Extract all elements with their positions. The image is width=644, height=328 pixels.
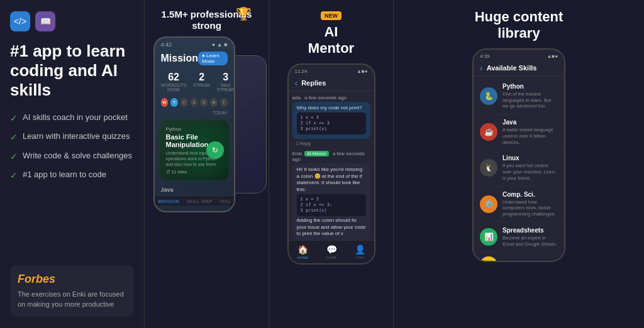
home-tab-icon[interactable]: 🏠HOME: [297, 244, 309, 260]
library-panel: Huge content library 4:39 ▲■● ‹ Availabl…: [394, 0, 644, 328]
ai-mentor-title: AI Mentor: [308, 24, 354, 57]
reply-count: 1 Reply: [292, 140, 370, 147]
phone-mockup-wrapper: 4:42 ● ▲ ■ Mission ● Learn Mode 62 WORKO…: [153, 36, 260, 219]
forbes-section: Forbes The exercises on Enki are focused…: [10, 265, 134, 317]
back-arrow-icon[interactable]: ‹: [295, 78, 298, 88]
feature-item: ✓ Write code & solve challenges: [10, 150, 134, 163]
mission-header: 1.5M+ professionals strong 🏆: [155, 0, 258, 36]
top-icons: </> 📖: [10, 11, 134, 31]
javascript-icon: JS: [480, 256, 497, 261]
enki-bubble: Hi! It looks like you're missing a colon…: [292, 163, 370, 239]
mission-panel: 1.5M+ professionals strong 🏆 4:42 ● ▲ ■ …: [145, 0, 269, 328]
mission-title-bar: Mission ● Learn Mode: [155, 49, 234, 68]
trophy-icon: 🏆: [236, 6, 252, 21]
ai-phone-mockup: 11:24 ▲■● ‹ Replies ada a few seconds ag…: [287, 63, 375, 265]
check-icon: ✓: [10, 151, 18, 163]
library-header: Huge content library: [469, 0, 570, 46]
profile-tab-icon[interactable]: 👤YOU: [355, 244, 365, 260]
day-circles: W T F S S M T: [155, 96, 234, 109]
library-title: Huge content library: [475, 9, 564, 42]
today-label: TODAY: [155, 109, 234, 116]
ai-phone-wrapper: 11:24 ▲■● ‹ Replies ada a few seconds ag…: [287, 61, 375, 328]
forbes-label: Forbes: [18, 273, 126, 286]
skill-item-javascript[interactable]: JS JavaScript: [474, 252, 564, 261]
lib-back-arrow-icon[interactable]: ‹: [480, 63, 483, 73]
status-bar: 4:42 ● ▲ ■: [155, 38, 234, 49]
main-headline: #1 app to learn coding and AI skills: [10, 41, 134, 101]
mission-tab[interactable]: MISSION: [158, 199, 179, 204]
fixed-code-block: 1 x = 3 2 if x <= 3: 3 print(x): [297, 194, 366, 216]
skill-item-java[interactable]: ☕ Java A battle tested language used in …: [474, 114, 564, 150]
skill-item-linux[interactable]: 🐧 Linux If you want full control over yo…: [474, 150, 564, 186]
hero-panel: </> 📖 #1 app to learn coding and AI skil…: [0, 0, 145, 328]
ai-nav-bar: ‹ Replies: [289, 75, 374, 91]
bottom-tab-bar: 🏠HOME 💬CHAT 👤YOU: [289, 240, 374, 263]
user-message: ada a few seconds ago Why does my code n…: [292, 95, 370, 148]
skill-item-python[interactable]: 🐍 Python One of the easiest languages to…: [474, 79, 564, 114]
skill-item-compsci[interactable]: ⚙️ Comp. Sci. Understand how computers w…: [474, 187, 564, 222]
skill-map-tab[interactable]: SKILL MAP: [186, 199, 212, 204]
bottom-lang: Java: [155, 184, 234, 195]
linux-icon: 🐧: [480, 159, 497, 177]
feature-item: ✓ AI skills coach in your pocket: [10, 112, 134, 125]
you-tab[interactable]: YOU: [219, 199, 230, 204]
user-code-block: 1 x = 3 2 if x <= 3 3 print(x): [297, 112, 366, 134]
ai-mentor-header: NEW AI Mentor: [302, 0, 360, 61]
library-phone-mockup: 4:39 ▲■● ‹ Available Skills 🐍 Python One…: [472, 48, 565, 262]
ai-status-bar: 11:24 ▲■●: [289, 65, 374, 75]
recycle-icon: ↻: [206, 141, 224, 159]
book-icon: 📖: [35, 11, 55, 31]
feature-item: ✓ Learn with interactive quizzes: [10, 131, 134, 144]
check-icon: ✓: [10, 131, 18, 144]
user-bubble: Why does my code not print? 1 x = 3 2 if…: [292, 102, 370, 139]
check-icon: ✓: [10, 170, 18, 182]
comp-sci-icon: ⚙️: [480, 195, 497, 213]
stat-streak: 2 STREAK: [193, 72, 211, 92]
ai-mentor-panel: NEW AI Mentor 11:24 ▲■● ‹ Replies ada a …: [269, 0, 394, 328]
mission-bottom-tabs: MISSION SKILL MAP YOU: [155, 195, 234, 205]
mission-card: Python Basic File Manipulation Understan…: [160, 120, 229, 180]
java-icon: ☕: [480, 123, 497, 141]
new-badge: NEW: [321, 11, 341, 20]
check-icon: ✓: [10, 112, 18, 125]
feature-list: ✓ AI skills coach in your pocket ✓ Learn…: [10, 112, 134, 189]
mission-phone: 4:42 ● ▲ ■ Mission ● Learn Mode 62 WORKO…: [153, 36, 235, 212]
lib-nav-bar: ‹ Available Skills: [474, 60, 564, 76]
skill-item-spreadsheets[interactable]: 📊 Spreadsheets Become an expert in Excel…: [474, 222, 564, 253]
code-icon: </>: [10, 11, 30, 31]
chat-tab-icon[interactable]: 💬CHAT: [326, 244, 337, 260]
enki-message: Enki AI Mentor a few seconds ago Hi! It …: [292, 151, 370, 239]
spreadsheet-icon: 📊: [480, 228, 497, 246]
lib-status-bar: 4:39 ▲■●: [474, 50, 564, 60]
feature-item: ✓ #1 app to learn to code: [10, 169, 134, 182]
library-phone-wrapper: 4:39 ▲■● ‹ Available Skills 🐍 Python One…: [472, 46, 565, 328]
forbes-quote: The exercises on Enki are focused on mak…: [18, 290, 126, 309]
stat-workouts: 62 WORKOUTS DONE: [161, 72, 187, 92]
mission-stats: 62 WORKOUTS DONE 2 STREAK 3 MAX STREAK: [155, 68, 234, 96]
chat-area: ada a few seconds ago Why does my code n…: [289, 91, 374, 240]
stat-max-streak: 3 MAX STREAK: [217, 72, 235, 92]
python-icon: 🐍: [480, 87, 497, 105]
skill-list: 🐍 Python One of the easiest languages to…: [474, 76, 564, 261]
